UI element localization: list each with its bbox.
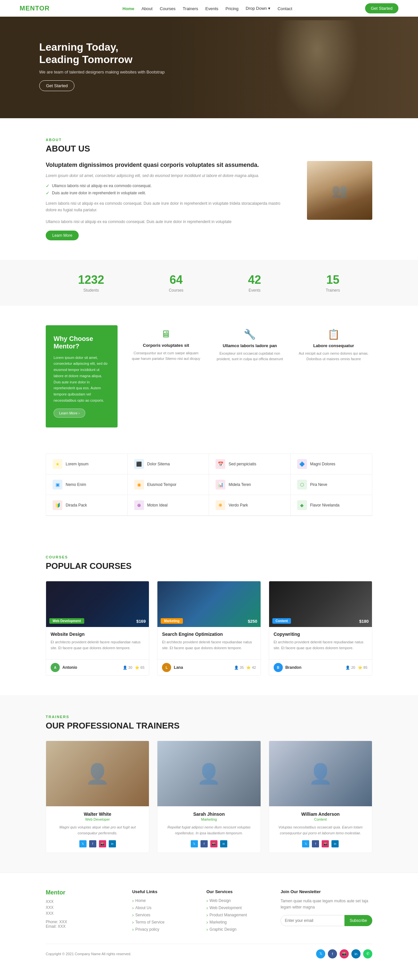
nav-cta-button[interactable]: Get Started bbox=[365, 3, 398, 13]
footer-service-item-4[interactable]: Graphic Design bbox=[207, 927, 267, 932]
trainer-name-2: William Anderson bbox=[274, 811, 367, 817]
trainers-section: TRAINERS OUR PROFESSIONAL TRAINERS 👤 Wal… bbox=[0, 695, 418, 872]
icon-item-8[interactable]: 🔰 Dirada Pack bbox=[46, 495, 128, 515]
footer-linkedin-icon[interactable]: in bbox=[351, 949, 361, 958]
footer-useful-link-0[interactable]: Home bbox=[132, 898, 193, 903]
footer-brand-item-3: XXX bbox=[46, 911, 119, 916]
course-card-1[interactable]: Marketing $250 Search Engine Optimizatio… bbox=[157, 581, 261, 676]
navbar: MENTOR Home About Courses Trainers Event… bbox=[0, 0, 418, 17]
trainer-role-0: Web Developer bbox=[51, 818, 144, 821]
footer-useful-link-3[interactable]: Terms of Service bbox=[132, 920, 193, 925]
why-feature-2-title: Ullamco laboris ladore pan bbox=[215, 343, 285, 348]
why-feature-2: 🔧 Ullamco laboris ladore pan Excepteur s… bbox=[211, 325, 289, 366]
course-card-2[interactable]: Content $180 Copywriting Et architecto p… bbox=[269, 581, 372, 676]
icon-item-3[interactable]: 🔷 Magni Dolores bbox=[291, 454, 372, 474]
nav-home[interactable]: Home bbox=[122, 6, 134, 11]
footer-service-item-1[interactable]: Web Development bbox=[207, 905, 267, 910]
about-heading: Voluptatem dignissimos provident quasi c… bbox=[46, 161, 291, 169]
newsletter-input[interactable] bbox=[281, 915, 344, 926]
footer-phone: Phone: XXX bbox=[46, 920, 119, 924]
icon-item-0[interactable]: ★ Lorem Ipsum bbox=[46, 454, 128, 474]
footer-service-item-3[interactable]: Marketing bbox=[207, 920, 267, 925]
footer-grid: Mentor XXX XXX XXX Phone: XXX Email: XXX… bbox=[46, 889, 372, 934]
about-checklist: ✓ Ullamco laboris nisi ut aliquip ex ea … bbox=[46, 183, 291, 196]
nav-links: Home About Courses Trainers Events Prici… bbox=[122, 6, 292, 11]
trainer-twitter-0[interactable]: 𝕏 bbox=[79, 840, 87, 847]
trainers-label: TRAINERS bbox=[46, 715, 372, 719]
nav-logo: MENTOR bbox=[20, 5, 50, 12]
nav-about[interactable]: About bbox=[141, 6, 153, 11]
course-card-0[interactable]: Web Development $169 Website Design Et a… bbox=[46, 581, 149, 676]
stat-trainers-num: 15 bbox=[326, 273, 340, 287]
trainers-title: OUR PROFESSIONAL TRAINERS bbox=[46, 721, 372, 731]
newsletter-form: Subscribe bbox=[281, 915, 372, 926]
icon-item-11[interactable]: ◆ Flavor Nivelanda bbox=[291, 495, 372, 515]
footer-useful-link-4[interactable]: Privacy policy bbox=[132, 927, 193, 932]
icon-item-4[interactable]: ▣ Nemo Enim bbox=[46, 474, 128, 495]
footer-bottom: Copyright © 2021 Company Name All rights… bbox=[46, 944, 372, 958]
footer-facebook-icon[interactable]: f bbox=[328, 949, 337, 958]
about-label: ABOUT bbox=[46, 138, 372, 142]
trainer-name-0: Walter White bbox=[51, 811, 144, 817]
why-feature-2-desc: Excepteur sint occaecat cupidatat non pr… bbox=[215, 351, 285, 362]
icon-item-6[interactable]: 📊 Midela Teren bbox=[209, 474, 291, 495]
nav-dropdown[interactable]: Drop Down ▾ bbox=[246, 6, 270, 11]
footer-useful-links-list: HomeAbout UsServicesTerms of ServicePriv… bbox=[132, 898, 193, 932]
course-title-2: Copywriting bbox=[274, 632, 367, 637]
footer-useful-link-2[interactable]: Services bbox=[132, 912, 193, 918]
footer-brand-item-1: XXX bbox=[46, 899, 119, 904]
trainer-linkedin-0[interactable]: in bbox=[109, 840, 116, 847]
footer-instagram-icon[interactable]: 📸 bbox=[340, 949, 349, 958]
footer-whatsapp-icon[interactable]: ✆ bbox=[363, 949, 372, 958]
nav-pricing[interactable]: Pricing bbox=[226, 6, 239, 11]
footer-services: Our Services Web DesignWeb DevelopmentPr… bbox=[207, 889, 267, 934]
icon-item-10[interactable]: ❋ Verdo Park bbox=[209, 495, 291, 515]
newsletter-submit-btn[interactable]: Subscribe bbox=[345, 915, 372, 926]
hero-subtitle: We are team of talented designers making… bbox=[39, 70, 165, 75]
footer-contact: Phone: XXX Email: XXX bbox=[46, 920, 119, 929]
icon-item-7[interactable]: ⬡ Pira Neve bbox=[291, 474, 372, 495]
icon-item-5[interactable]: ◉ Elusmod Tempor bbox=[128, 474, 209, 495]
courses-grid: Web Development $169 Website Design Et a… bbox=[46, 581, 372, 676]
icon-item-9[interactable]: ⊕ Moton Ideal bbox=[128, 495, 209, 515]
footer-useful-link-1[interactable]: About Us bbox=[132, 905, 193, 910]
footer: Mentor XXX XXX XXX Phone: XXX Email: XXX… bbox=[0, 873, 418, 965]
footer-service-item-0[interactable]: Web Design bbox=[207, 898, 267, 903]
trainer-facebook-1[interactable]: f bbox=[200, 840, 208, 847]
icons-section: ★ Lorem Ipsum ⬛ Dolor Sitema 📅 Sed persp… bbox=[0, 447, 418, 536]
why-learn-btn[interactable]: Learn More › bbox=[54, 409, 85, 418]
footer-socials: 𝕏 f 📸 in ✆ bbox=[316, 949, 372, 958]
course-trainer-name-1: Lana bbox=[174, 665, 232, 670]
footer-service-item-2[interactable]: Product Management bbox=[207, 912, 267, 918]
trainer-linkedin-1[interactable]: in bbox=[220, 840, 227, 847]
trainer-linkedin-2[interactable]: in bbox=[331, 840, 339, 847]
why-feature-3-desc: Aut reicipit aut cum nemo dolores qui am… bbox=[298, 351, 369, 362]
course-badge-0: Web Development bbox=[49, 618, 84, 624]
nav-trainers[interactable]: Trainers bbox=[183, 6, 198, 11]
about-intro: Lorem ipsum dolor sit amet, consectetur … bbox=[46, 172, 291, 179]
trainer-socials-1: 𝕏 f 📸 in bbox=[163, 840, 255, 847]
trainer-twitter-2[interactable]: 𝕏 bbox=[302, 840, 309, 847]
trainer-instagram-0[interactable]: 📸 bbox=[99, 840, 106, 847]
trainer-facebook-2[interactable]: f bbox=[312, 840, 319, 847]
trainer-twitter-1[interactable]: 𝕏 bbox=[191, 840, 198, 847]
footer-twitter-icon[interactable]: 𝕏 bbox=[316, 949, 325, 958]
nav-contact[interactable]: Contact bbox=[278, 6, 292, 11]
nav-courses[interactable]: Courses bbox=[160, 6, 175, 11]
icon-item-2[interactable]: 📅 Sed perspiciatis bbox=[209, 454, 291, 474]
course-title-0: Website Design bbox=[51, 632, 144, 637]
nav-events[interactable]: Events bbox=[205, 6, 218, 11]
course-badge-1: Marketing bbox=[161, 618, 183, 624]
icon-item-1[interactable]: ⬛ Dolor Sitema bbox=[128, 454, 209, 474]
trainer-name-1: Sarah Jhinson bbox=[163, 811, 255, 817]
hero-cta-button[interactable]: Get Started bbox=[39, 80, 75, 91]
footer-useful-links: Useful Links HomeAbout UsServicesTerms o… bbox=[132, 889, 193, 934]
trainer-instagram-2[interactable]: 📸 bbox=[322, 840, 329, 847]
trainer-facebook-0[interactable]: f bbox=[89, 840, 96, 847]
about-text: Voluptatem dignissimos provident quasi c… bbox=[46, 161, 291, 240]
courses-section: COURSES POPULAR COURSES Web Development … bbox=[0, 536, 418, 695]
why-title: Why Choose Mentor? bbox=[54, 335, 110, 350]
trainer-instagram-1[interactable]: 📸 bbox=[210, 840, 218, 847]
course-badge-2: Content bbox=[272, 618, 291, 624]
about-learn-btn[interactable]: Learn More bbox=[46, 231, 79, 240]
